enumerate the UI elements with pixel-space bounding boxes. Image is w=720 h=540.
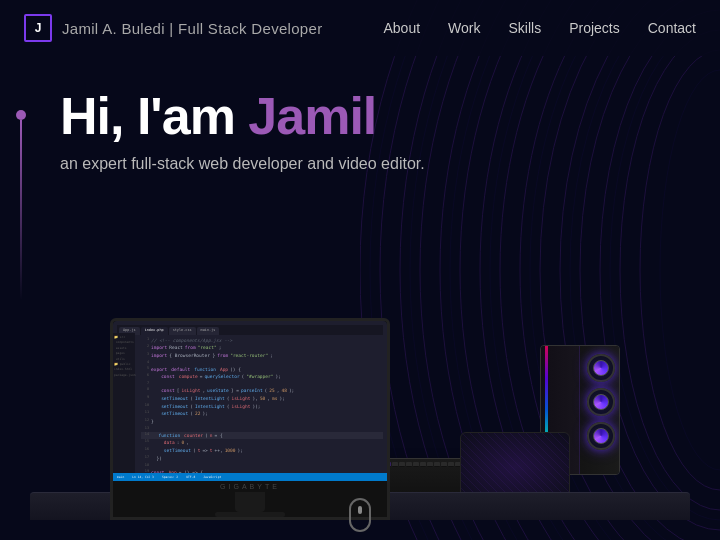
nav-link-contact[interactable]: Contact xyxy=(648,20,696,36)
monitor-stand xyxy=(235,492,265,512)
pc-fan-bottom xyxy=(587,422,615,450)
navbar: J Jamil A. Buledi | Full Stack Developer… xyxy=(0,0,720,56)
nav-brand: J Jamil A. Buledi | Full Stack Developer xyxy=(24,14,322,42)
nav-item-work[interactable]: Work xyxy=(448,19,480,37)
nav-item-about[interactable]: About xyxy=(383,19,420,37)
hero-section: Hi, I'am Jamil an expert full-stack web … xyxy=(0,56,720,173)
hero-title: Hi, I'am Jamil xyxy=(60,88,660,145)
monitor-screen: App.js index.php style.css main.js 📁 src… xyxy=(113,321,387,481)
editor-tab-4: main.js xyxy=(197,327,220,335)
hero-subtitle: an expert full-stack web developer and v… xyxy=(60,155,660,173)
monitor: App.js index.php style.css main.js 📁 src… xyxy=(110,318,390,520)
nav-links: About Work Skills Projects Contact xyxy=(383,19,696,37)
pc-fan-inner-middle xyxy=(593,394,609,410)
mousepad-pattern xyxy=(461,433,569,501)
scroll-indicator xyxy=(349,498,371,532)
scroll-mouse-icon xyxy=(349,498,371,532)
nav-link-projects[interactable]: Projects xyxy=(569,20,620,36)
code-editor: App.js index.php style.css main.js 📁 src… xyxy=(113,321,387,481)
nav-link-work[interactable]: Work xyxy=(448,20,480,36)
monitor-base xyxy=(215,512,285,517)
desk-setup: App.js index.php style.css main.js 📁 src… xyxy=(110,318,610,520)
editor-tabs: App.js index.php style.css main.js xyxy=(117,325,383,335)
nav-brand-text: Jamil A. Buledi | Full Stack Developer xyxy=(62,20,322,37)
nav-item-skills[interactable]: Skills xyxy=(509,19,542,37)
pc-fan-middle xyxy=(587,388,615,416)
mousepad-design xyxy=(461,433,569,501)
pc-fan-inner-top xyxy=(593,360,609,376)
editor-tab-3: style.css xyxy=(169,327,196,335)
scroll-wheel xyxy=(358,506,362,514)
nav-link-about[interactable]: About xyxy=(383,20,420,36)
code-main: 1// <!-- components/App.jsx --> 2import … xyxy=(141,337,383,481)
code-sidebar: 📁 src components assets pages utils 📁 pu… xyxy=(113,333,135,481)
nav-link-skills[interactable]: Skills xyxy=(509,20,542,36)
pc-fan-inner-bottom xyxy=(593,428,609,444)
nav-item-contact[interactable]: Contact xyxy=(648,19,696,37)
nav-item-projects[interactable]: Projects xyxy=(569,19,620,37)
nav-logo: J xyxy=(24,14,52,42)
editor-tab-2: index.php xyxy=(141,327,168,335)
pc-fan-top xyxy=(587,354,615,382)
